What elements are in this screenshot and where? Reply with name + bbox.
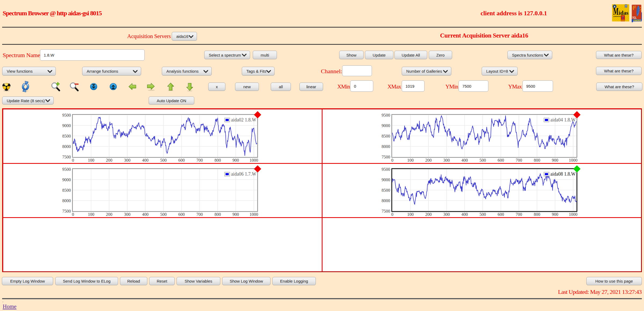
svg-text:aida04 1.8.W: aida04 1.8.W <box>550 117 576 123</box>
svg-text:600: 600 <box>178 212 185 217</box>
svg-text:9000: 9000 <box>62 123 71 128</box>
svg-text:TCL: TCL <box>632 16 637 19</box>
svg-text:9000: 9000 <box>382 123 390 128</box>
svg-text:0: 0 <box>391 158 393 162</box>
svg-text:aida08 1.8.W: aida08 1.8.W <box>550 171 576 177</box>
svg-text:800: 800 <box>214 158 221 162</box>
svg-text:0: 0 <box>72 158 74 162</box>
svg-text:8500: 8500 <box>62 134 71 138</box>
svg-text:1000: 1000 <box>569 212 577 217</box>
svg-text:9500: 9500 <box>382 113 390 117</box>
svg-text:500: 500 <box>480 158 486 162</box>
svg-text:400: 400 <box>142 212 149 217</box>
svg-text:700: 700 <box>196 212 203 217</box>
svg-text:800: 800 <box>534 158 540 162</box>
svg-text:500: 500 <box>160 158 167 162</box>
svg-text:200: 200 <box>106 158 112 162</box>
svg-text:600: 600 <box>497 158 504 162</box>
svg-text:600: 600 <box>178 158 185 162</box>
svg-text:400: 400 <box>142 158 149 162</box>
svg-text:9500: 9500 <box>62 113 71 117</box>
svg-text:aida02 1.8.W: aida02 1.8.W <box>231 117 256 123</box>
svg-text:300: 300 <box>443 158 450 162</box>
svg-text:900: 900 <box>552 212 558 217</box>
svg-text:500: 500 <box>480 212 486 217</box>
svg-text:700: 700 <box>516 158 522 162</box>
svg-text:100: 100 <box>407 212 414 217</box>
svg-text:900: 900 <box>552 158 558 162</box>
svg-text:8500: 8500 <box>382 134 390 138</box>
svg-text:700: 700 <box>516 212 522 217</box>
svg-text:100: 100 <box>88 158 94 162</box>
svg-text:8000: 8000 <box>382 198 390 203</box>
svg-text:0: 0 <box>391 212 393 217</box>
svg-text:100: 100 <box>88 212 94 217</box>
svg-text:200: 200 <box>425 212 432 217</box>
svg-text:9500: 9500 <box>382 167 390 172</box>
svg-text:7500: 7500 <box>382 155 390 159</box>
svg-text:POWERED: POWERED <box>633 19 641 22</box>
svg-text:9000: 9000 <box>62 177 71 182</box>
svg-text:800: 800 <box>534 212 540 217</box>
svg-text:900: 900 <box>233 212 239 217</box>
svg-text:200: 200 <box>106 212 112 217</box>
svg-text:1000: 1000 <box>569 158 577 162</box>
svg-text:700: 700 <box>196 158 203 162</box>
svg-text:500: 500 <box>160 212 167 217</box>
svg-text:0: 0 <box>72 212 74 217</box>
svg-text:8000: 8000 <box>62 144 71 149</box>
svg-text:7500: 7500 <box>62 209 71 213</box>
svg-text:800: 800 <box>214 212 221 217</box>
svg-text:400: 400 <box>462 212 468 217</box>
svg-text:8000: 8000 <box>382 144 390 149</box>
svg-text:600: 600 <box>497 212 504 217</box>
svg-text:1000: 1000 <box>250 158 258 162</box>
svg-text:7500: 7500 <box>382 209 390 213</box>
svg-text:8500: 8500 <box>62 188 71 192</box>
svg-text:200: 200 <box>425 158 432 162</box>
svg-text:300: 300 <box>124 158 130 162</box>
svg-text:400: 400 <box>462 158 468 162</box>
svg-text:300: 300 <box>124 212 130 217</box>
svg-text:100: 100 <box>407 158 414 162</box>
svg-text:idas: idas <box>619 10 628 16</box>
svg-text:8000: 8000 <box>62 198 71 203</box>
svg-text:8500: 8500 <box>382 188 390 192</box>
svg-text:9000: 9000 <box>382 177 390 182</box>
svg-text:aida06 1.7.W: aida06 1.7.W <box>231 171 256 177</box>
svg-text:1000: 1000 <box>250 212 258 217</box>
svg-text:9500: 9500 <box>62 167 71 172</box>
svg-text:900: 900 <box>233 158 239 162</box>
svg-text:300: 300 <box>443 212 450 217</box>
svg-text:powered by: powered by <box>613 15 621 17</box>
svg-text:7500: 7500 <box>62 155 71 159</box>
